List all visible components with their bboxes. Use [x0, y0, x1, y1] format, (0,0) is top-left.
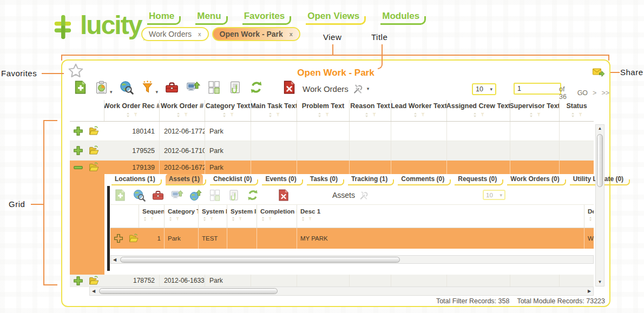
collapse-minus-icon[interactable] [73, 162, 84, 173]
child-tab-events[interactable]: Events (0) [262, 174, 299, 185]
table-row-selected[interactable]: 179139 2012-06-16723 Park [70, 161, 594, 174]
open-record-icon[interactable] [88, 145, 100, 156]
nav-open-views[interactable]: Open Views [306, 11, 361, 25]
scrollbar-thumb[interactable] [597, 134, 603, 187]
horizontal-scrollbar[interactable]: ◀ ▶ [89, 287, 594, 296]
child-tab-work-orders[interactable]: Work Orders (0) [507, 174, 562, 185]
web-upload-icon[interactable] [189, 189, 202, 202]
scrollbar-thumb[interactable] [120, 257, 400, 263]
open-record-icon[interactable] [88, 275, 100, 287]
child-module-menu[interactable]: Assets [332, 190, 369, 200]
refresh-icon[interactable] [246, 189, 259, 202]
column-filter-icon[interactable] [267, 216, 273, 222]
lucity-logo[interactable]: lucity TM [54, 13, 149, 42]
sort-icon[interactable] [231, 216, 236, 222]
search-icon[interactable] [119, 80, 134, 95]
child-tab-comments[interactable]: Comments (0) [398, 174, 448, 185]
new-record-icon[interactable] [114, 189, 127, 202]
column-filter-icon[interactable] [536, 112, 542, 118]
nav-home[interactable]: Home [147, 11, 176, 25]
page-number-input[interactable] [514, 83, 561, 95]
sort-icon[interactable] [570, 112, 576, 118]
sort-icon[interactable] [260, 216, 266, 222]
column-filter-icon[interactable] [275, 112, 281, 118]
column-filter-icon[interactable] [577, 112, 583, 118]
child-tab-assets[interactable]: Assets (1) [166, 174, 203, 185]
column-filter-icon[interactable] [238, 216, 243, 222]
scroll-left-arrow-icon[interactable]: ◀ [90, 289, 97, 294]
sort-icon[interactable] [364, 112, 370, 118]
expand-plus-icon[interactable] [73, 275, 84, 287]
sort-icon[interactable] [221, 112, 227, 118]
column-filter-icon[interactable] [133, 112, 139, 118]
reports-icon[interactable]: ▾ [94, 80, 113, 95]
delete-record-icon[interactable] [277, 189, 290, 202]
scrollbar-thumb[interactable] [99, 288, 278, 294]
pager-last-button[interactable]: >> [601, 89, 609, 97]
column-filter-icon[interactable] [175, 216, 180, 222]
column-filter-icon[interactable] [420, 112, 426, 118]
expand-plus-icon[interactable] [73, 145, 84, 156]
copy-icon[interactable] [207, 80, 221, 95]
child-tab-tracking[interactable]: Tracking (1) [348, 174, 391, 185]
new-record-icon[interactable] [73, 80, 88, 95]
scroll-down-arrow-icon[interactable]: ▼ [596, 278, 604, 286]
tab-close-icon[interactable]: x [198, 31, 201, 37]
sort-icon[interactable] [125, 112, 131, 118]
sort-icon[interactable] [300, 216, 306, 222]
sort-icon[interactable] [528, 112, 534, 118]
sort-icon[interactable] [168, 216, 173, 222]
sort-icon[interactable] [317, 112, 323, 118]
nav-modules[interactable]: Modules [380, 11, 421, 25]
column-filter-icon[interactable] [209, 216, 214, 222]
sort-icon[interactable] [202, 216, 207, 222]
column-filter-icon[interactable] [324, 112, 330, 118]
scroll-right-arrow-icon[interactable]: ▶ [586, 289, 593, 294]
column-filter-icon[interactable] [149, 216, 155, 222]
child-horizontal-scrollbar[interactable]: ◀ [110, 255, 594, 264]
attachments-icon[interactable] [228, 80, 242, 95]
sort-icon[interactable] [267, 112, 273, 118]
nav-menu[interactable]: Menu [195, 11, 222, 25]
column-filter-icon[interactable] [307, 216, 313, 222]
nav-favorites[interactable]: Favorites [242, 11, 287, 25]
child-table-row[interactable]: 1 Park TEST MY PARK W [110, 228, 594, 249]
scroll-up-arrow-icon[interactable]: ▲ [596, 125, 604, 132]
pager-next-button[interactable]: > [593, 89, 596, 97]
column-filter-icon[interactable] [479, 112, 485, 118]
child-tab-tasks[interactable]: Tasks (0) [307, 174, 341, 185]
child-tab-checklist[interactable]: Checklist (0) [210, 174, 255, 185]
sort-icon[interactable] [412, 112, 418, 118]
module-menu[interactable]: Work Orders ▾ [303, 83, 369, 94]
tab-open-work-park[interactable]: Open Work - Park x [212, 27, 300, 41]
page-size-select[interactable]: 10 ▾ [472, 83, 496, 95]
export-icon[interactable] [170, 189, 183, 202]
attachments-icon[interactable] [227, 189, 240, 202]
tab-close-icon[interactable]: x [290, 31, 293, 37]
table-row[interactable]: 180141 2012-06-17725 Park [70, 122, 594, 141]
sort-icon[interactable] [588, 216, 593, 222]
tab-work-orders[interactable]: Work Orders x [141, 27, 209, 41]
sort-icon[interactable] [142, 216, 148, 222]
expand-plus-icon[interactable] [73, 125, 84, 137]
vertical-scrollbar[interactable]: ▲ ▼ [595, 124, 604, 287]
table-row[interactable]: 179525 2012-06-17109 Park [70, 141, 594, 161]
toolbox-icon[interactable] [152, 189, 165, 202]
child-tab-locations[interactable]: Locations (1) [111, 174, 159, 185]
toolbox-icon[interactable] [165, 80, 179, 95]
sort-icon[interactable] [175, 112, 181, 118]
open-record-icon[interactable] [128, 233, 139, 244]
child-page-size-select[interactable]: 10 ▾ [483, 190, 505, 200]
column-filter-icon[interactable] [371, 112, 377, 118]
expand-plus-icon[interactable] [113, 233, 124, 244]
column-filter-icon[interactable] [183, 112, 189, 118]
column-filter-icon[interactable] [229, 112, 235, 118]
sort-icon[interactable] [472, 112, 478, 118]
pager-go-button[interactable]: GO [577, 89, 588, 97]
delete-record-icon[interactable] [282, 80, 297, 95]
open-record-icon[interactable] [88, 162, 100, 173]
search-icon[interactable] [133, 189, 146, 202]
child-tab-requests[interactable]: Requests (0) [455, 174, 500, 185]
share-icon[interactable] [592, 65, 606, 78]
export-icon[interactable] [186, 80, 200, 95]
